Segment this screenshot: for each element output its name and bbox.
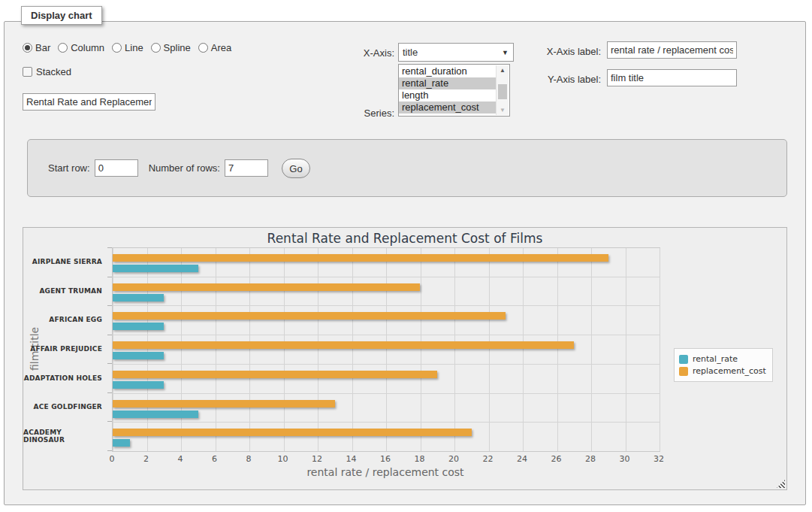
radio-label: Column [71, 42, 104, 53]
series-option[interactable]: replacement_cost [399, 101, 497, 114]
series-option[interactable]: rental_duration [399, 65, 497, 77]
bar-rental_rate [113, 294, 164, 301]
category-tick [107, 392, 112, 393]
radio-circle-icon[interactable] [151, 43, 161, 53]
category-tick [107, 363, 112, 364]
bar-replacement_cost [113, 400, 335, 407]
x-tick-label: 2 [143, 454, 149, 464]
radio-area[interactable]: Area [198, 42, 231, 53]
bar-replacement_cost [113, 312, 506, 320]
chart-title-input[interactable] [23, 93, 155, 111]
radio-line[interactable]: Line [112, 42, 143, 53]
x-tick-label: 0 [110, 454, 115, 464]
resize-handle-icon[interactable] [777, 480, 785, 488]
x-tick-label: 28 [585, 454, 596, 464]
series-option[interactable]: length [399, 89, 497, 101]
x-tick-label: 6 [212, 454, 217, 464]
series-listbox[interactable]: rental_durationrental_ratelengthreplacem… [398, 64, 510, 117]
x-tick-label: 16 [380, 454, 391, 464]
chart-container: Rental Rate and Replacement Cost of Film… [23, 227, 787, 490]
radio-circle-icon[interactable] [23, 43, 32, 53]
bar-replacement_cost [113, 254, 608, 262]
num-rows-label: Number of rows: [149, 162, 220, 174]
bar-replacement_cost [113, 371, 437, 378]
bar-rental_rate [113, 439, 130, 447]
chart-legend: rental_ratereplacement_cost [674, 348, 773, 382]
xaxis-select[interactable]: title ▼ [398, 43, 514, 62]
series-options: rental_durationrental_ratelengthreplacem… [399, 65, 497, 114]
category-tick [107, 335, 112, 335]
category-axis-labels: AIRPLANE SIERRAAGENT TRUMANAFRICAN EGGAF… [23, 247, 107, 450]
stacked-checkbox-row: Stacked [23, 66, 71, 77]
chevron-down-icon: ▼ [502, 49, 509, 56]
app-root: Display chart BarColumnLineSplineArea St… [0, 0, 812, 512]
category-band [113, 365, 660, 394]
radio-circle-icon[interactable] [198, 43, 208, 53]
legend-item[interactable]: rental_rate [679, 354, 766, 364]
category-tick [107, 277, 112, 277]
series-option[interactable]: rental_rate [399, 77, 497, 89]
radio-bar[interactable]: Bar [23, 42, 50, 53]
scroll-down-icon[interactable]: ▼ [497, 105, 509, 115]
radio-label: Area [211, 42, 231, 53]
chart-type-radio-group: BarColumnLineSplineArea [23, 42, 231, 53]
category-band [113, 394, 660, 423]
bar-replacement_cost [113, 283, 420, 291]
radio-label: Line [125, 42, 143, 53]
legend-swatch [679, 367, 688, 376]
scroll-up-icon[interactable]: ▲ [497, 65, 509, 75]
category-band [113, 423, 660, 451]
category-label: ADAPTATION HOLES [23, 363, 107, 392]
yaxis-label-input[interactable] [607, 69, 737, 86]
bar-rental_rate [113, 381, 164, 389]
bar-bands [113, 248, 660, 451]
x-tick-label: 30 [620, 454, 630, 464]
num-rows-input[interactable] [225, 159, 268, 177]
series-label: Series: [342, 108, 394, 119]
category-label: AGENT TRUMAN [23, 277, 107, 306]
bar-rental_rate [113, 265, 198, 272]
legend-swatch [679, 355, 688, 364]
stacked-checkbox[interactable] [23, 67, 32, 77]
bar-replacement_cost [113, 429, 472, 436]
x-tick-label: 32 [654, 454, 664, 464]
x-tick-label: 10 [278, 454, 288, 464]
category-band [113, 277, 660, 307]
x-tick-label: 14 [346, 454, 357, 464]
radio-label: Spline [164, 42, 191, 53]
start-row-input[interactable] [95, 159, 138, 177]
bar-rental_rate [113, 352, 164, 359]
stacked-label: Stacked [36, 66, 71, 77]
xaxis-title: rental rate / replacement cost [112, 466, 659, 478]
radio-label: Bar [35, 42, 50, 53]
chart-title: Rental Rate and Replacement Cost of Film… [23, 231, 786, 246]
category-band [113, 248, 660, 277]
legend-label: replacement_cost [693, 366, 766, 376]
fieldset-legend: Display chart [21, 6, 102, 25]
scrollbar-thumb[interactable] [498, 84, 507, 99]
bar-replacement_cost [113, 341, 574, 349]
radio-spline[interactable]: Spline [151, 42, 191, 53]
x-tick-label: 26 [551, 454, 562, 464]
category-label: ACADEMY DINOSAUR [23, 421, 107, 450]
go-button[interactable]: Go [282, 159, 310, 178]
radio-column[interactable]: Column [58, 42, 104, 53]
legend-label: rental_rate [693, 354, 738, 364]
xaxis-label-input[interactable] [607, 41, 737, 59]
xaxis-selected-value: title [403, 47, 418, 58]
category-tick [107, 421, 112, 422]
x-tick-label: 24 [517, 454, 527, 464]
category-label: ACE GOLDFINGER [23, 392, 107, 422]
category-tick [107, 247, 112, 248]
radio-circle-icon[interactable] [58, 43, 68, 53]
x-tick-label: 4 [178, 454, 183, 464]
category-band [113, 306, 660, 335]
row-controls-strip: Start row: Number of rows: Go [27, 139, 787, 197]
radio-circle-icon[interactable] [112, 43, 122, 53]
value-axis-labels: 02468101214161820222426283032 [112, 454, 659, 465]
series-scrollbar[interactable]: ▲ ▼ [496, 65, 509, 115]
bar-rental_rate [113, 411, 198, 418]
legend-item[interactable]: replacement_cost [679, 366, 766, 376]
category-label: AIRPLANE SIERRA [23, 247, 107, 277]
xaxis-label-label: X-Axis label: [528, 46, 601, 57]
